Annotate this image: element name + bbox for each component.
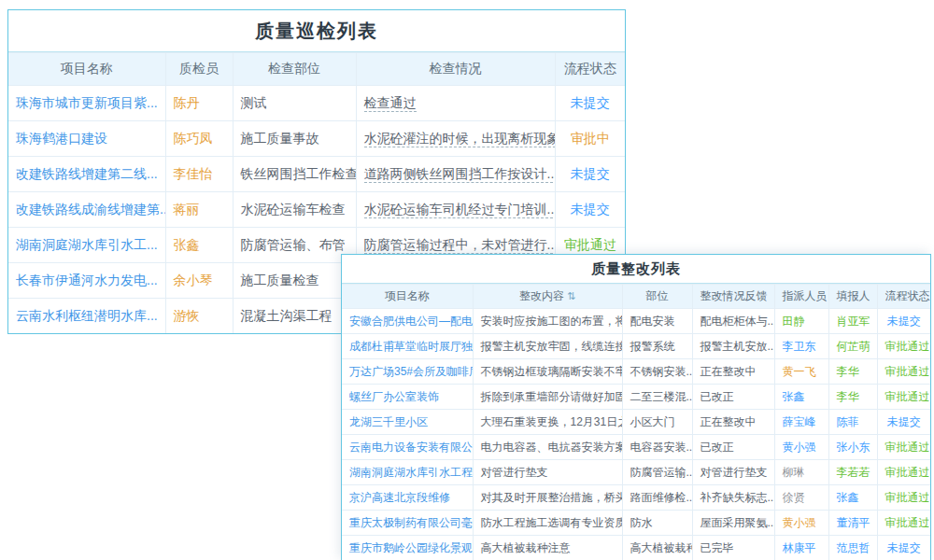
table-cell-project: 螺丝厂办公室装饰 [342,385,473,410]
project-link[interactable]: 云南水利枢纽潜明水库... [16,308,158,323]
cell-text: 配电柜柜体与... [700,315,775,328]
column-header-label: 流程状态 [564,61,616,76]
table-cell-assignee: 徐贤 [774,485,828,511]
table-cell-project: 龙湖三千里小区 [342,410,473,435]
table-cell-assignee: 李卫东 [774,334,828,359]
table-cell-inspector: 陈巧凤 [165,121,233,157]
column-header-project: 项目名称 [8,53,165,86]
table-cell-part: 二至三楼混... [622,385,692,410]
project-link[interactable]: 长春市伊通河水力发电... [16,273,158,287]
table-cell-part: 混凝土沟渠工程 [233,299,356,334]
cell-text: 已完毕 [700,541,734,554]
user-name: 黄一飞 [783,365,816,378]
table-cell-situation: 水泥砼运输车司机经过专门培训... [356,192,555,228]
project-link[interactable]: 云南电力设备安装有限公司20... [349,441,473,454]
cell-text: 水泥砼运输车检查 [241,202,346,217]
column-header-content[interactable]: 整改内容⇅ [473,285,622,309]
table-cell-part: 路面维修检... [622,485,692,511]
cell-text: 对其及时开展整治措施，桥头... [481,491,623,504]
table-cell-project: 重庆太极制药有限公司毫州中... [342,511,473,536]
table-cell-project: 珠海鹤港口建设 [8,121,165,157]
table-cell-feedback: 已改正 [692,385,774,410]
table-cell-content: 高大植被栽种注意 [473,536,622,560]
cell-text: 对管进行垫支 [481,466,548,479]
column-header-status: 流程状态 [555,53,625,86]
table-cell-project: 珠海市城市更新项目紫... [8,86,165,121]
inspection-header-row: 项目名称质检员检查部位检查情况流程状态 [8,53,625,86]
project-link[interactable]: 珠海鹤港口建设 [16,131,107,146]
project-link[interactable]: 改建铁路线成渝线增建第... [16,202,165,217]
table-cell-part: 高大植被栽种 [622,536,692,560]
user-name: 张鑫 [837,491,859,504]
table-cell-status: 审批通过 [877,359,930,385]
cell-text: 防水工程施工选调有专业资质... [481,516,623,529]
table-cell-part: 防腐管运输... [622,460,692,485]
status-badge: 未提交 [887,315,921,328]
table-row: 成都杜甫草堂临时展厅独立展...报警主机安放牢固，线缆连接...报警系统报警主机… [342,334,930,359]
table-cell-situation: 检查通过 [356,86,555,121]
table-cell-reporter: 李华 [828,359,877,385]
cell-text: 报警主机安放牢固，线缆连接... [481,340,623,353]
table-row: 珠海市城市更新项目紫...陈丹测试检查通过未提交 [8,86,625,121]
table-cell-inspector: 蒋丽 [165,192,233,228]
table-cell-part: 不锈钢安装... [622,359,692,385]
column-header-situation: 检查情况 [356,53,555,86]
project-link[interactable]: 改建铁路线增建第二线... [16,166,158,181]
table-cell-feedback: 报警主机安放... [692,334,774,359]
cell-text: 测试 [241,95,267,110]
table-cell-assignee: 薛宝峰 [774,410,828,435]
user-name: 张小东 [837,441,870,454]
user-name: 范思哲 [837,541,870,554]
sort-icon[interactable]: ⇅ [567,290,575,301]
table-row: 湖南洞庭湖水库引水工程施工1标对管进行垫支防腐管运输...对管进行垫支柳琳李若若… [342,460,930,485]
project-link[interactable]: 龙湖三千里小区 [349,415,428,428]
cell-text: 施工质量事故 [241,131,319,146]
project-link[interactable]: 京沪高速北京段维修 [349,491,450,504]
rectification-header-row: 项目名称整改内容⇅部位整改情况反馈指派人员填报人流程状态 [342,285,930,309]
project-link[interactable]: 螺丝厂办公室装饰 [349,390,439,403]
project-link[interactable]: 珠海市城市更新项目紫... [16,95,158,110]
situation-text: 检查通过 [364,95,417,112]
status-badge: 审批通过 [885,365,930,378]
user-name: 林康平 [783,541,816,554]
table-cell-project: 长春市伊通河水力发电... [8,263,165,299]
table-cell-status: 审批通过 [877,460,930,485]
column-header-label: 检查部位 [268,61,320,76]
project-link[interactable]: 万达广场35#会所及咖啡厅空... [349,365,473,378]
table-cell-content: 电力电容器、电抗器安装方案... [473,435,622,460]
table-cell-feedback: 正在整改中 [692,410,774,435]
user-name: 游恢 [174,308,200,323]
table-row: 重庆太极制药有限公司毫州中...防水工程施工选调有专业资质...防水屋面采用聚氨… [342,511,930,536]
project-link[interactable]: 重庆市鹅岭公园绿化景观提升... [349,541,473,554]
cell-text: 防腐管运输... [630,466,693,479]
project-link[interactable]: 湖南洞庭湖水库引水工... [16,237,158,252]
table-cell-part: 测试 [233,86,356,121]
column-header-feedback: 整改情况反馈 [692,285,774,309]
table-row: 云南电力设备安装有限公司20...电力电容器、电抗器安装方案...电容器安装..… [342,435,930,460]
cell-text: 混凝土沟渠工程 [241,308,333,323]
table-cell-status: 未提交 [555,157,625,192]
user-name: 李卫东 [783,340,816,353]
table-cell-part: 铁丝网围挡工作检查 [233,157,356,192]
project-link[interactable]: 安徽合肥供电公司—配电设备... [349,315,473,328]
table-cell-content: 对其及时开展整治措施，桥头... [473,485,622,511]
table-cell-part: 水泥砼运输车检查 [233,192,356,228]
cell-text: 不锈钢边框玻璃隔断安装不牢... [481,365,623,378]
user-name: 蒋丽 [174,202,200,217]
table-cell-status: 未提交 [877,410,930,435]
column-header-status: 流程状态 [877,285,930,309]
table-cell-assignee: 田静 [774,309,828,334]
cell-text: 正在整改中 [700,415,757,428]
status-badge: 未提交 [887,541,921,554]
project-link[interactable]: 湖南洞庭湖水库引水工程施工1标 [349,466,473,479]
table-cell-content: 安装时应按施工图的布置，将... [473,309,622,334]
user-name: 黄小强 [783,516,816,529]
status-badge: 审批通过 [885,340,930,353]
status-badge: 未提交 [571,166,610,181]
table-cell-status: 审批中 [555,121,625,157]
project-link[interactable]: 成都杜甫草堂临时展厅独立展... [349,340,473,353]
column-header-inspector: 质检员 [165,53,233,86]
project-link[interactable]: 重庆太极制药有限公司毫州中... [349,516,473,529]
table-cell-part: 报警系统 [622,334,692,359]
table-cell-feedback: 已完毕 [692,536,774,560]
